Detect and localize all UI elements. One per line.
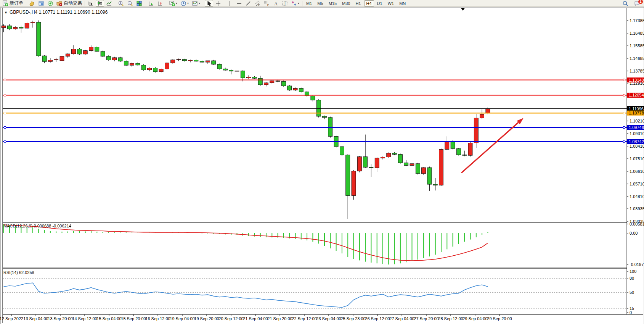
line-handle[interactable] <box>623 79 625 81</box>
line-handle[interactable] <box>4 94 6 96</box>
svg-text:80: 80 <box>630 276 634 280</box>
candle <box>247 77 251 78</box>
cursor-button[interactable] <box>205 0 213 6</box>
candle <box>311 96 315 100</box>
candle <box>252 77 257 79</box>
candle <box>124 61 128 65</box>
svg-text:1.16485: 1.16485 <box>630 31 644 35</box>
candle <box>130 63 134 65</box>
text-button[interactable]: A <box>271 0 280 6</box>
candle <box>381 157 385 158</box>
chart-shift-button[interactable] <box>156 0 164 6</box>
candle <box>60 56 64 61</box>
horizontal-line-button[interactable] <box>235 0 243 6</box>
toolbar-separator <box>166 1 166 6</box>
toolbar-separator <box>115 1 115 6</box>
candle <box>200 61 204 62</box>
chevron-down-icon[interactable]: ▼ <box>4 11 8 15</box>
candle <box>19 27 23 28</box>
candlestick-chart-button[interactable] <box>96 0 104 6</box>
candle <box>287 86 292 90</box>
auto-trading-label: 自动交易 <box>64 0 82 6</box>
arrow-objects-button[interactable]: ▾ <box>290 0 300 6</box>
line-handle[interactable] <box>4 140 6 142</box>
search-button[interactable] <box>621 0 630 6</box>
time-label: 27 Sep 04:00 <box>389 316 414 321</box>
period-icon <box>180 0 186 6</box>
svg-text:1.06610: 1.06610 <box>630 169 644 174</box>
line-handle[interactable] <box>623 94 625 96</box>
line-handle[interactable] <box>4 79 6 81</box>
candle <box>112 58 117 60</box>
toolbar-separator <box>26 1 26 6</box>
candle <box>72 49 76 54</box>
chart-title-bar[interactable]: ▼GBPUSD-,H4 1.10771 1.11191 1.10690 1.11… <box>4 10 108 15</box>
line-handle[interactable] <box>4 112 6 114</box>
templates-button[interactable]: ▾ <box>191 0 201 6</box>
candle <box>433 184 437 185</box>
svg-text:1.14685: 1.14685 <box>630 56 644 61</box>
new-chart-button[interactable]: ▾ <box>168 0 178 6</box>
new-order-icon <box>2 0 8 6</box>
crosshair-button[interactable] <box>214 0 222 6</box>
bar-chart-button[interactable] <box>87 0 95 6</box>
dropdown-caret-icon: ▾ <box>199 2 200 5</box>
candle <box>427 168 432 184</box>
timeframe-d1-button[interactable]: D1 <box>375 0 385 6</box>
candle <box>188 60 193 61</box>
line-handle[interactable] <box>623 112 625 114</box>
chart-window: ▼GBPUSD-,H4 1.10771 1.11191 1.10690 1.11… <box>0 7 644 324</box>
navigator-button[interactable] <box>46 0 55 6</box>
candle <box>352 171 356 196</box>
timeframe-m5-button[interactable]: M5 <box>315 0 325 6</box>
zoom-out-button[interactable] <box>126 0 134 6</box>
candle <box>293 89 297 90</box>
candle <box>328 118 332 136</box>
timeframe-w1-button[interactable]: W1 <box>385 0 397 6</box>
time-label: 14 Sep 12:00 <box>72 316 97 321</box>
candle <box>270 81 274 83</box>
line-chart-button[interactable] <box>105 0 113 6</box>
candle <box>31 22 35 23</box>
data-window-button[interactable] <box>37 0 45 6</box>
text-label-button[interactable]: T <box>281 0 289 6</box>
toolbar-separator <box>145 1 145 6</box>
candle <box>106 56 111 60</box>
market-watch-button[interactable] <box>28 0 36 6</box>
timeframe-m30-button[interactable]: M30 <box>340 0 352 6</box>
chart-canvas[interactable]: 1.173851.164851.155851.146851.137851.129… <box>0 7 644 324</box>
time-label: 15 Sep 04:00 <box>96 316 121 321</box>
fibonacci-retracement-button[interactable]: F <box>262 0 271 6</box>
tile-windows-button[interactable] <box>135 0 143 6</box>
timeframe-m15-button[interactable]: M15 <box>326 0 339 6</box>
candle-chart-icon <box>97 0 103 6</box>
fibo-icon: F <box>263 0 270 6</box>
auto-trading-button[interactable]: 自动交易 <box>55 0 83 6</box>
candle <box>456 148 461 155</box>
trendline-button[interactable] <box>244 0 252 6</box>
chat-button[interactable]: 1 <box>633 0 641 6</box>
svg-text:1.07510: 1.07510 <box>630 156 644 161</box>
new-order-button[interactable]: 新订单 <box>1 0 24 6</box>
timeframe-h4-button[interactable]: H4 <box>364 0 374 6</box>
candle <box>346 155 350 195</box>
candle <box>25 23 29 28</box>
line-handle[interactable] <box>623 140 625 142</box>
candle <box>486 109 490 113</box>
candle <box>54 60 58 60</box>
time-label: 21 Sep 04:00 <box>243 316 268 321</box>
pane-frames <box>0 8 644 324</box>
line-handle[interactable] <box>4 127 6 129</box>
zoom-in-button[interactable] <box>117 0 125 6</box>
svg-text:0.005818: 0.005818 <box>630 222 644 226</box>
line-handle[interactable] <box>623 127 625 129</box>
equidistant-channel-button[interactable]: E <box>253 0 262 6</box>
periods-button[interactable]: ▾ <box>179 0 190 6</box>
autotrade-icon <box>56 0 63 6</box>
timeframe-h1-button[interactable]: H1 <box>353 0 363 6</box>
vertical-line-button[interactable] <box>226 0 234 6</box>
candle <box>153 68 157 72</box>
timeframe-mn-button[interactable]: MN <box>397 0 408 6</box>
auto-scroll-button[interactable] <box>147 0 155 6</box>
timeframe-m1-button[interactable]: M1 <box>304 0 314 6</box>
